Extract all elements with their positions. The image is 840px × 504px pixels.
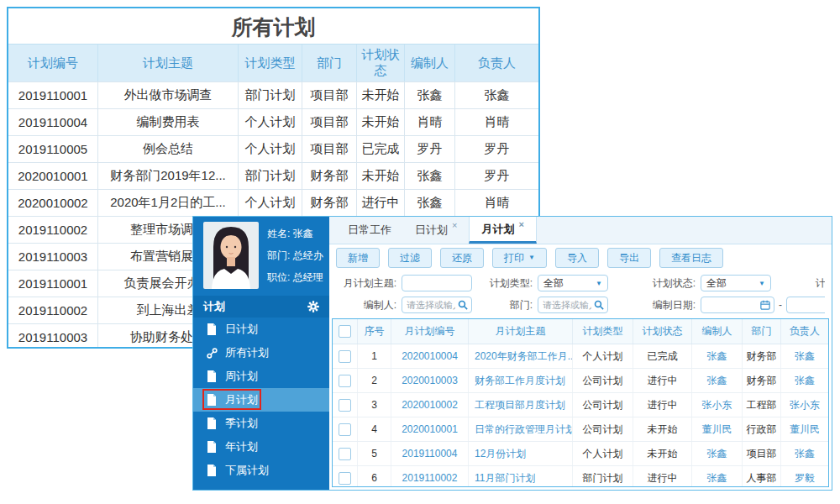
type-cell: 公司计划 bbox=[573, 393, 633, 417]
subject-link[interactable]: 11月部门计划 bbox=[475, 471, 535, 486]
toolbar-button[interactable]: 过滤 bbox=[388, 248, 432, 268]
type-select[interactable]: 全部 ▼ bbox=[538, 275, 608, 291]
sidebar-item[interactable]: 年计划 bbox=[193, 435, 329, 459]
sidebar-item-label: 日计划 bbox=[225, 322, 258, 337]
column-header: 计划类型 bbox=[239, 45, 302, 81]
creator-link[interactable]: 张小东 bbox=[702, 398, 732, 412]
checkbox-cell bbox=[333, 344, 358, 368]
table-row: 2019110001外出做市场调查部门计划项目部未开始张鑫张鑫 bbox=[8, 81, 538, 108]
owner-link[interactable]: 张小东 bbox=[790, 398, 820, 412]
cell: 部门计划 bbox=[239, 82, 302, 108]
row-checkbox[interactable] bbox=[339, 448, 351, 460]
owner-cell: 罗毅 bbox=[781, 466, 828, 487]
owner-link[interactable]: 张鑫 bbox=[795, 447, 815, 461]
close-icon[interactable]: × bbox=[452, 220, 457, 230]
search-icon[interactable] bbox=[458, 300, 468, 310]
cell: 未开始 bbox=[357, 163, 405, 189]
subject-link[interactable]: 工程项目部月度计划 bbox=[475, 398, 565, 412]
tab[interactable]: 日计划× bbox=[403, 217, 469, 244]
plan-no-link[interactable]: 2020010004 bbox=[402, 350, 458, 362]
subject-link[interactable]: 财务部工作月度计划 bbox=[475, 374, 565, 388]
row-checkbox[interactable] bbox=[339, 375, 351, 387]
row-checkbox[interactable] bbox=[339, 423, 351, 436]
document-icon bbox=[207, 370, 218, 382]
sidebar-item[interactable]: 月计划 bbox=[193, 388, 329, 412]
owner-link[interactable]: 罗毅 bbox=[795, 471, 815, 486]
toolbar-button[interactable]: 打印▼ bbox=[492, 248, 547, 268]
plan-no-link[interactable]: 2019110002 bbox=[402, 472, 458, 484]
toolbar-button-label: 还原 bbox=[452, 253, 472, 263]
gear-icon[interactable] bbox=[307, 301, 319, 312]
creator-link[interactable]: 董川民 bbox=[702, 423, 732, 437]
plan-no-link[interactable]: 2020010003 bbox=[402, 375, 458, 386]
sidebar-item[interactable]: 下属计划 bbox=[193, 459, 329, 482]
cell: 编制费用表 bbox=[98, 109, 239, 135]
sidebar-section-label: 计划 bbox=[203, 299, 307, 314]
owner-link[interactable]: 张鑫 bbox=[795, 374, 815, 388]
subject-link[interactable]: 日常的行政管理月计划 bbox=[475, 423, 573, 437]
created-date-end-input[interactable] bbox=[786, 297, 825, 313]
table-header-row: 序号月计划编号月计划主题计划类型计划状态编制人部门负责人 bbox=[333, 319, 828, 344]
creator-link[interactable]: 张鑫 bbox=[707, 349, 727, 364]
search-icon[interactable] bbox=[594, 300, 604, 310]
sidebar-item-label: 下属计划 bbox=[225, 463, 269, 478]
plan-no-cell: 2019110004 bbox=[391, 442, 469, 465]
seq-cell: 6 bbox=[358, 466, 391, 487]
subject-link[interactable]: 2020年财务部工作月... bbox=[475, 349, 573, 364]
sidebar-item[interactable]: 日计划 bbox=[193, 318, 329, 341]
sidebar-item[interactable]: 周计划 bbox=[193, 365, 329, 388]
plan-no-link[interactable]: 2020010001 bbox=[402, 423, 458, 435]
sidebar-item[interactable]: 所有计划 bbox=[193, 341, 329, 365]
toolbar-button[interactable]: 新增 bbox=[336, 248, 380, 268]
tab[interactable]: 日常工作 bbox=[336, 217, 403, 244]
cell: 2020010001 bbox=[8, 163, 98, 189]
select-all-checkbox[interactable] bbox=[339, 325, 351, 338]
toolbar-button[interactable]: 还原 bbox=[440, 248, 484, 268]
subject-link[interactable]: 12月份计划 bbox=[475, 447, 526, 461]
creator-link[interactable]: 张鑫 bbox=[707, 471, 727, 486]
checkbox-cell bbox=[333, 417, 358, 441]
row-checkbox[interactable] bbox=[339, 472, 351, 485]
status-select[interactable]: 全部 ▼ bbox=[701, 275, 771, 291]
plan-date-filter-label: 计划日期: bbox=[806, 276, 825, 291]
row-checkbox[interactable] bbox=[339, 399, 351, 412]
tab-label: 日计划 bbox=[415, 223, 448, 238]
cell: 外出做市场调查 bbox=[98, 82, 239, 108]
subject-input[interactable] bbox=[402, 275, 472, 291]
column-header: 编制人 bbox=[405, 45, 455, 81]
table-header-row: 计划编号计划主题计划类型部门计划状态编制人负责人 bbox=[8, 44, 538, 81]
sidebar-section-plans: 计划 bbox=[193, 296, 329, 318]
sidebar-item-label: 季计划 bbox=[225, 416, 258, 431]
cell: 财务部 bbox=[302, 163, 357, 189]
calendar-icon[interactable] bbox=[760, 300, 770, 310]
owner-link[interactable]: 董川民 bbox=[790, 423, 820, 437]
seq-cell: 3 bbox=[358, 393, 391, 417]
subject-cell: 日常的行政管理月计划 bbox=[469, 417, 573, 441]
owner-cell: 张鑫 bbox=[781, 442, 828, 465]
toolbar-button[interactable]: 导入 bbox=[555, 248, 599, 268]
sidebar-item[interactable]: 季计划 bbox=[193, 412, 329, 435]
toolbar-button[interactable]: 查看日志 bbox=[659, 248, 723, 268]
row-checkbox[interactable] bbox=[339, 350, 351, 363]
toolbar-button[interactable]: 导出 bbox=[607, 248, 651, 268]
owner-link[interactable]: 张鑫 bbox=[795, 349, 815, 364]
table-row: 20200100022020年1月2日的工...个人计划财务部进行中张鑫肖晴 bbox=[8, 189, 538, 216]
tab[interactable]: 月计划× bbox=[469, 217, 536, 244]
status-cell: 进行中 bbox=[633, 369, 692, 392]
creator-cell: 张鑫 bbox=[692, 344, 743, 368]
document-icon bbox=[207, 323, 218, 335]
cell: 张鑫 bbox=[455, 82, 538, 108]
creator-cell: 张小东 bbox=[692, 393, 743, 417]
plan-no-link[interactable]: 2020010002 bbox=[402, 399, 458, 411]
creator-link[interactable]: 张鑫 bbox=[707, 374, 727, 388]
column-header: 部门 bbox=[302, 45, 357, 81]
page-title: 所有计划 bbox=[8, 8, 538, 44]
owner-cell: 张鑫 bbox=[781, 369, 828, 392]
plan-no-link[interactable]: 2019110004 bbox=[402, 448, 458, 459]
creator-link[interactable]: 张鑫 bbox=[707, 447, 727, 461]
cell: 2019110001 bbox=[8, 270, 98, 297]
document-icon bbox=[207, 417, 218, 429]
date-range-separator: - bbox=[779, 299, 782, 311]
close-icon[interactable]: × bbox=[518, 219, 523, 229]
status-select-value: 全部 bbox=[706, 276, 727, 291]
